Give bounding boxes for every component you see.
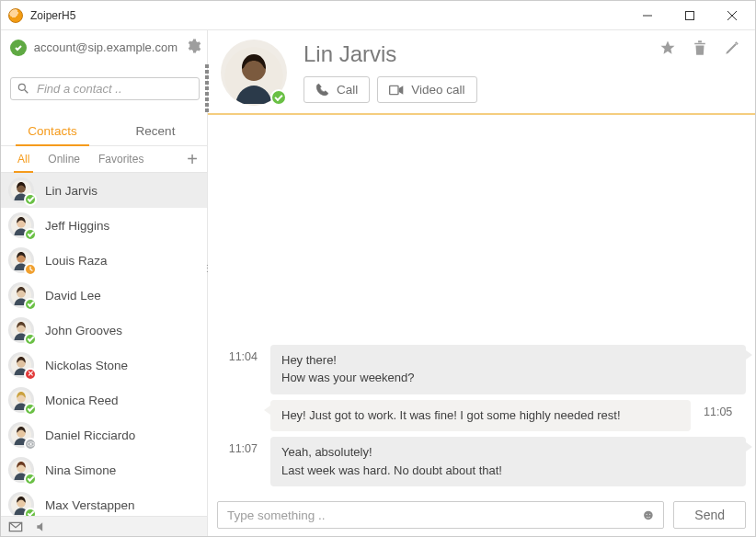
filter-online[interactable]: Online [39,146,89,172]
svg-point-23 [29,443,31,445]
message-bubble: Hey! Just got to work. It was fine! I go… [270,400,691,432]
contact-name: Lin Jarvis [45,184,97,198]
contact-avatar [221,40,287,106]
contact-item[interactable]: ✕Nickolas Stone [1,348,207,383]
edit-button[interactable] [724,40,740,56]
window-title: ZoiperH5 [30,9,75,22]
compose-box[interactable]: ☻ [217,501,664,529]
svg-line-5 [25,90,29,94]
contact-item[interactable]: Lin Jarvis [1,173,207,208]
message-line: Hey! Just got to work. It was fine! I go… [281,406,680,425]
search-input[interactable] [35,81,193,97]
message-row: Hey! Just got to work. It was fine! I go… [215,400,746,432]
contact-item[interactable]: Max Verstappen [1,487,207,516]
message-row: 11:07Yeah, absolutely!Last week was hard… [215,437,746,486]
presence-online-icon [24,403,37,416]
message-line: Hey there! [281,351,735,370]
presence-online-icon [24,473,37,486]
contact-name: Monica Reed [45,394,119,407]
message-row: 11:04Hey there!How was your weekend? [215,345,746,394]
window-maximize-button[interactable] [669,2,711,29]
settings-button[interactable] [185,38,201,57]
contact-name: Daniel Ricciardo [45,428,135,442]
contact-avatar [8,282,34,308]
message-bubble: Yeah, absolutely!Last week was hard. No … [270,437,746,486]
message-line: Yeah, absolutely! [281,443,735,462]
window-minimize-button[interactable] [626,2,669,29]
message-time: 11:04 [215,345,270,363]
primary-tabs: Contacts Recent [1,118,207,146]
compose-row: ☻ Send [208,501,755,536]
filter-tabs: All Online Favorites + [1,146,207,173]
header-actions [659,40,740,62]
search-icon [17,82,29,95]
tab-recent[interactable]: Recent [104,118,207,145]
messages-area[interactable]: 11:04Hey there!How was your weekend?Hey!… [208,115,755,501]
contact-name: Nina Simone [45,463,116,477]
contact-item[interactable]: Louis Raza [1,243,207,278]
contact-name: Jeff Higgins [45,219,109,233]
presence-online-icon [24,193,37,206]
sidebar-footer [1,516,207,536]
contact-name: John Grooves [45,324,122,337]
send-button[interactable]: Send [673,501,746,529]
contact-list[interactable]: Lin JarvisJeff HigginsLouis RazaDavid Le… [1,173,207,516]
app-window: ZoiperH5 account@sip.example.com [0,0,756,537]
maximize-icon [685,11,694,20]
contact-avatar [8,492,34,516]
contact-name: Louis Raza [45,254,108,268]
account-status-icon [10,40,27,56]
contact-item[interactable]: David Lee [1,278,207,313]
tab-contacts[interactable]: Contacts [1,118,104,145]
search-box[interactable] [10,77,200,100]
contact-item[interactable]: Nina Simone [1,452,207,487]
contact-item[interactable]: Monica Reed [1,383,207,417]
phone-icon [315,83,329,97]
video-call-button-label: Video call [411,83,464,97]
message-time: 11:05 [691,400,746,418]
window-close-button[interactable] [711,2,753,29]
compose-input[interactable] [225,508,640,523]
contact-name: David Lee [45,289,101,303]
add-contact-button[interactable]: + [185,150,200,168]
call-button[interactable]: Call [304,76,370,103]
video-call-button[interactable]: Video call [377,76,476,103]
emoji-button[interactable]: ☻ [640,507,656,523]
presence-online-icon [270,89,287,106]
svg-rect-1 [686,11,694,19]
speaker-icon[interactable] [34,520,49,533]
contact-item[interactable]: Jeff Higgins [1,208,207,243]
call-button-label: Call [337,83,358,97]
delete-button[interactable] [693,40,707,56]
contact-avatar [8,177,34,203]
message-line: How was your weekend? [281,369,735,387]
filter-favorites[interactable]: Favorites [89,146,153,172]
video-icon [389,85,404,96]
contact-avatar [8,422,34,448]
account-row[interactable]: account@sip.example.com [1,30,207,64]
contact-avatar: ✕ [8,352,34,378]
favorite-button[interactable] [659,40,676,56]
close-icon [727,11,737,20]
gear-icon [185,38,201,54]
conversation-header: Lin Jarvis Call Video call [208,30,755,115]
contact-name: Nickolas Stone [45,359,128,372]
titlebar: ZoiperH5 [1,1,755,30]
presence-online-icon [24,333,37,346]
contact-avatar [8,387,34,413]
presence-dnd-icon: ✕ [24,368,37,381]
contact-name: Max Verstappen [45,498,135,512]
message-line: Last week was hard. No doubt about that! [281,462,735,480]
mail-icon[interactable] [8,521,23,532]
contact-avatar [8,457,34,483]
presence-online-icon [24,508,37,516]
filter-all[interactable]: All [8,146,39,172]
message-time: 11:07 [215,437,270,455]
contact-item[interactable]: Daniel Ricciardo [1,417,207,452]
presence-online-icon [24,298,37,311]
contact-avatar [8,212,34,238]
contact-item[interactable]: John Grooves [1,313,207,348]
sidebar: account@sip.example.com Contacts Recent [1,30,208,536]
presence-away-icon [24,263,37,276]
app-icon [8,8,23,23]
